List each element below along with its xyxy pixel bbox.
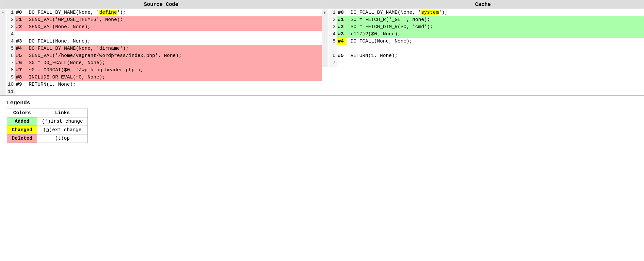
table-row: 4 [6,31,322,38]
table-row: 7 [328,60,644,67]
op-number: #3 [337,31,346,38]
legend-changed-cell: Changed [7,126,37,134]
table-row: 7 #6 $0 = DO_FCALL(None, None); [6,60,322,67]
code-text [346,45,351,52]
legend-deleted-cell: Deleted [7,134,37,143]
code-text: SEND_VAL(None, None); [24,24,90,31]
highlight-span: system [421,10,439,15]
line-number: 10 [6,81,15,88]
op-number: #0 [337,9,346,16]
line-number: 11 [6,88,15,96]
table-row: 3 #2 SEND_VAL(None, None); [6,24,322,31]
op-number: #8 [15,74,24,81]
op-number: #4 [15,45,24,52]
legend-next-change-link[interactable]: (n)ext change [37,126,88,134]
table-row: 6 #5 RETURN(1, None); [328,52,644,60]
code-text: SEND_VAL('WP_USE_THEMES', None); [24,16,123,24]
code-text: ~0 = CONCAT($0, '/wp-blog-header.php'); [24,67,143,74]
source-toggle[interactable]: t [2,10,4,17]
code-text [346,60,351,67]
op-number: #3 [15,38,24,45]
table-row: 2 #1 SEND_VAL('WP_USE_THEMES', None); [6,16,322,24]
op-number: #2 [15,24,24,31]
source-code-body: t 1 #0 DO_FCALL_BY_NAME(None, 'define');… [0,9,322,96]
cache-lines: 1 #0 DO_FCALL_BY_NAME(None, 'system'); 2… [328,9,644,67]
highlight-span: define [99,10,117,15]
line-number: 4 [6,31,15,38]
table-row: Added (f)irst change [7,117,88,126]
source-lines: 1 #0 DO_FCALL_BY_NAME(None, 'define'); 2… [6,9,322,96]
line-number: 1 [328,9,337,16]
legends-table: Colors Links Added (f)irst change Change… [7,109,88,143]
code-text: (117)?($0, None); [346,31,401,38]
legends-title: Legends [7,100,637,106]
line-number: 2 [328,16,337,24]
op-number: #0 [15,9,24,16]
code-text: INCLUDE_OR_EVAL(~0, None); [24,74,105,81]
line-number [328,45,337,52]
legend-first-change-link[interactable]: (f)irst change [37,117,88,126]
table-row [328,45,644,52]
table-row: 2 #1 $0 = FETCH_R('_GET', None); [328,16,644,24]
links-column-header: Links [37,109,88,117]
line-number: 4 [328,31,337,38]
colors-column-header: Colors [7,109,37,117]
link-char: f [45,119,48,124]
cache-body: t 1 #0 DO_FCALL_BY_NAME(None, 'system');… [322,9,644,67]
line-number: 9 [6,74,15,81]
table-row: 5 #4 DO_FCALL_BY_NAME(None, 'dirname'); [6,45,322,52]
legend-added-cell: Added [7,117,37,126]
line-number: 1 [6,9,15,16]
link-char: n [46,127,49,133]
code-text: $0 = FETCH_DIM_R($0, 'cmd'); [346,24,433,31]
line-number: 4 [6,38,15,45]
code-text: $0 = DO_FCALL(None, None); [24,60,105,67]
table-row: 9 #8 INCLUDE_OR_EVAL(~0, None); [6,74,322,81]
table-row: 1 #0 DO_FCALL_BY_NAME(None, 'system'); [328,9,644,16]
table-row: 8 #7 ~0 = CONCAT($0, '/wp-blog-header.ph… [6,67,322,74]
line-number: 6 [6,52,15,60]
code-panels: Source Code t 1 #0 DO_FCALL_BY_NAME(None… [0,0,644,96]
op-number: #1 [337,16,346,24]
table-row: 11 [6,88,322,96]
code-text: RETURN(1, None); [24,81,76,88]
code-text: SEND_VAL('/home/vagrant/wordpress/index.… [24,52,182,60]
code-text: DO_FCALL(None, None); [24,38,90,45]
table-row: 10 #9 RETURN(1, None); [6,81,322,88]
legend-top-link[interactable]: (t)op [37,134,88,143]
code-text [24,88,29,96]
table-row: 3 #2 $0 = FETCH_DIM_R($0, 'cmd'); [328,24,644,31]
code-text: DO_FCALL(None, None); [346,38,412,45]
op-number: #4 [337,38,346,45]
table-row: 4 #3 DO_FCALL(None, None); [6,38,322,45]
cache-toggle[interactable]: t [324,10,326,17]
code-text: RETURN(1, None); [346,52,398,60]
table-row: 6 #5 SEND_VAL('/home/vagrant/wordpress/i… [6,52,322,60]
line-number: 3 [6,24,15,31]
cache-header: Cache [322,0,644,9]
op-number: #1 [15,16,24,24]
code-text: DO_FCALL_BY_NAME(None, 'dirname'); [24,45,129,52]
source-toggle-col: t [0,9,6,96]
table-row: Deleted (t)op [7,134,88,143]
op-number: #5 [337,52,346,60]
line-number: 5 [328,38,337,45]
legends-section: Legends Colors Links Added (f)irst chang… [0,96,644,149]
line-number: 7 [6,60,15,67]
table-row: 5 #4 DO_FCALL(None, None); [328,38,644,45]
source-code-header: Source Code [0,0,322,9]
op-number: #2 [337,24,346,31]
line-number: 7 [328,60,337,67]
table-row: 1 #0 DO_FCALL_BY_NAME(None, 'define'); [6,9,322,16]
source-code-panel: Source Code t 1 #0 DO_FCALL_BY_NAME(None… [0,0,322,96]
line-number: 8 [6,67,15,74]
code-text: DO_FCALL_BY_NAME(None, 'define'); [24,9,126,16]
cache-panel: Cache t 1 #0 DO_FCALL_BY_NAME(None, 'sys… [322,0,644,96]
line-number: 3 [328,24,337,31]
op-number [337,45,346,52]
cache-toggle-col: t [322,9,328,67]
op-number: #7 [15,67,24,74]
line-number: 5 [6,45,15,52]
link-char: t [58,136,61,141]
line-number: 2 [6,16,15,24]
